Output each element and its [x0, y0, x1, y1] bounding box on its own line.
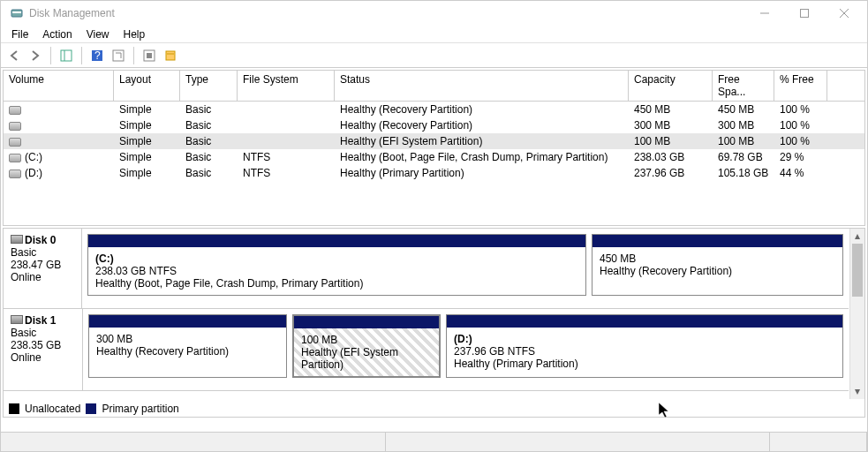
scrollbar[interactable]: ▴ ▾ — [849, 229, 864, 399]
svg-rect-6 — [61, 50, 72, 61]
col-status[interactable]: Status — [335, 71, 629, 102]
status-pane-2 — [386, 433, 771, 451]
svg-rect-3 — [800, 10, 808, 18]
volume-row[interactable]: (D:)SimpleBasicNTFSHealthy (Primary Part… — [4, 165, 864, 181]
maximize-button[interactable] — [784, 1, 824, 26]
menu-view[interactable]: View — [79, 26, 117, 42]
svg-rect-1 — [12, 11, 21, 13]
svg-rect-13 — [166, 51, 175, 60]
partition[interactable]: 300 MBHealthy (Recovery Partition) — [88, 314, 287, 378]
col-layout[interactable]: Layout — [114, 71, 180, 102]
close-button[interactable] — [824, 1, 864, 26]
settings-button[interactable] — [140, 46, 159, 65]
disk-info[interactable]: Disk 0Basic238.47 GBOnline — [4, 229, 82, 308]
toolbar: ? — [1, 43, 867, 68]
svg-rect-10 — [113, 50, 124, 61]
legend-swatch-unallocated — [9, 403, 19, 414]
app-icon — [10, 6, 24, 20]
scroll-down-button[interactable]: ▾ — [850, 384, 864, 399]
volume-row[interactable]: (C:)SimpleBasicNTFSHealthy (Boot, Page F… — [4, 149, 864, 165]
partition-bar — [593, 235, 842, 247]
volume-icon — [9, 138, 21, 147]
col-capacity[interactable]: Capacity — [629, 71, 713, 102]
back-button[interactable] — [4, 46, 24, 65]
partition[interactable]: 450 MBHealthy (Recovery Partition) — [592, 234, 843, 296]
col-type[interactable]: Type — [180, 71, 238, 102]
legend: Unallocated Primary partition — [4, 401, 864, 417]
menu-action[interactable]: Action — [35, 26, 79, 42]
status-pane-3 — [770, 433, 867, 451]
svg-text:?: ? — [94, 49, 101, 62]
volume-icon — [9, 106, 21, 115]
disk-graphic-pane: Disk 0Basic238.47 GBOnline(C:)238.03 GB … — [3, 228, 865, 418]
disk-icon — [11, 235, 23, 244]
partition-bar — [89, 315, 286, 328]
svg-rect-12 — [147, 53, 152, 58]
volume-icon — [9, 170, 21, 178]
menu-help[interactable]: Help — [117, 26, 153, 42]
col-pct-free[interactable]: % Free — [774, 71, 827, 102]
disk-row: Disk 1Basic238.35 GBOnline300 MBHealthy … — [4, 309, 849, 391]
minimize-button[interactable] — [744, 1, 784, 26]
volume-row[interactable]: SimpleBasicHealthy (Recovery Partition)4… — [4, 102, 864, 117]
disk-info[interactable]: Disk 1Basic238.35 GBOnline — [4, 309, 83, 390]
volume-row[interactable]: SimpleBasicHealthy (EFI System Partition… — [4, 133, 864, 149]
menubar: File Action View Help — [1, 26, 867, 43]
show-hide-tree-button[interactable] — [57, 46, 76, 65]
window-title: Disk Management — [29, 7, 744, 19]
volume-list-header: Volume Layout Type File System Status Ca… — [4, 71, 864, 102]
volume-row[interactable]: SimpleBasicHealthy (Recovery Partition)3… — [4, 117, 864, 133]
partition-bar — [88, 235, 585, 247]
scroll-thumb[interactable] — [852, 244, 863, 297]
col-filesystem[interactable]: File System — [238, 71, 335, 102]
volume-icon — [9, 154, 21, 162]
partition[interactable]: (C:)238.03 GB NTFSHealthy (Boot, Page Fi… — [87, 234, 586, 296]
col-volume[interactable]: Volume — [4, 71, 114, 102]
partition[interactable]: (D:)237.96 GB NTFSHealthy (Primary Parti… — [446, 314, 843, 378]
disk-icon — [11, 315, 23, 324]
window-titlebar: Disk Management — [1, 1, 867, 26]
partition-bar — [447, 315, 842, 328]
col-free[interactable]: Free Spa... — [713, 71, 774, 102]
legend-label-unallocated: Unallocated — [25, 403, 80, 415]
col-spacer — [827, 71, 864, 102]
scroll-up-button[interactable]: ▴ — [850, 229, 864, 244]
menu-file[interactable]: File — [4, 26, 35, 42]
properties-button[interactable] — [161, 46, 180, 65]
volume-list[interactable]: Volume Layout Type File System Status Ca… — [3, 70, 865, 226]
legend-swatch-primary — [86, 403, 96, 414]
status-pane-1 — [1, 433, 386, 451]
forward-button[interactable] — [26, 46, 45, 65]
partition[interactable]: 100 MBHealthy (EFI System Partition) — [292, 314, 441, 378]
disk-row: Disk 0Basic238.47 GBOnline(C:)238.03 GB … — [4, 229, 849, 309]
legend-label-primary: Primary partition — [102, 403, 178, 415]
statusbar — [1, 432, 867, 451]
volume-icon — [9, 122, 21, 131]
refresh-button[interactable] — [109, 46, 128, 65]
help-button[interactable]: ? — [87, 46, 107, 65]
partition-bar — [294, 316, 439, 328]
